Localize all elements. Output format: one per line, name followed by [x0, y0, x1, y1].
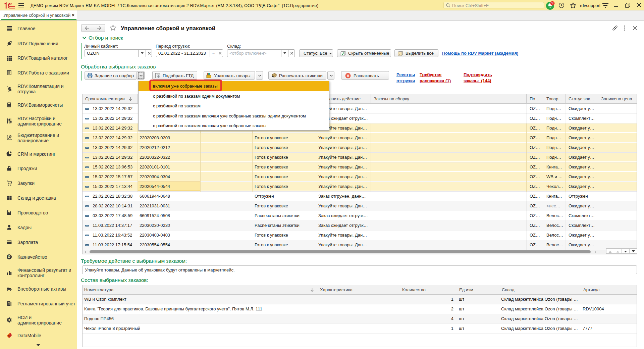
svg-text:m: m [8, 335, 10, 337]
svg-text:₽: ₽ [8, 255, 10, 259]
svg-text:₽: ₽ [10, 135, 11, 137]
svg-text:9: 9 [551, 1, 553, 5]
